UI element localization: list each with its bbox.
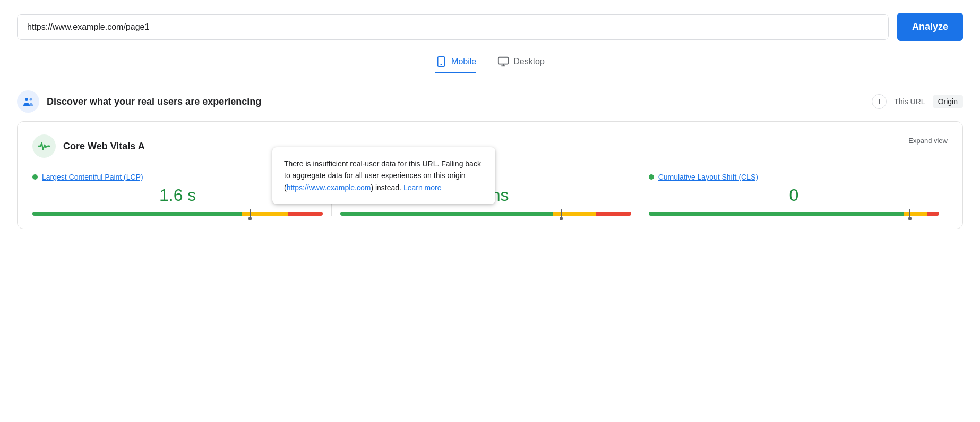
url-bar-row: Analyze [17,13,963,41]
users-icon [22,95,35,108]
section-header: Discover what your real users are experi… [17,90,963,113]
progress-bar-lcp-orange [242,212,288,216]
progress-bar-inp-green [340,212,553,216]
progress-bar-lcp-red [288,212,323,216]
tab-mobile-label: Mobile [451,57,476,66]
green-dot-cls [649,174,654,180]
progress-bar-lcp-green [32,212,242,216]
analyze-button[interactable]: Analyze [897,13,963,41]
origin-button[interactable]: Origin [933,95,963,108]
svg-point-5 [25,98,28,101]
url-input[interactable] [27,22,879,32]
progress-marker-cls [909,209,910,218]
metric-col-cls: Cumulative Layout Shift (CLS) 0 [640,173,948,216]
progress-marker-lcp [250,209,251,218]
cwv-title: Core Web Vitals A [63,141,145,152]
progress-bar-inp [340,212,631,216]
metric-label-text-lcp: Largest Contentful Paint (LCP) [42,173,143,181]
tooltip-origin-link[interactable]: https://www.example.com [287,183,371,192]
progress-bar-cls-orange [904,212,927,216]
metric-label-cls[interactable]: Cumulative Layout Shift (CLS) [649,173,939,181]
users-icon-circle [17,90,39,113]
expand-view-link[interactable]: Expand view [908,137,948,145]
this-url-button[interactable]: This URL [889,95,930,108]
section-title: Discover what your real users are experi… [47,96,261,107]
info-icon: i [878,98,880,106]
desktop-icon [497,56,509,67]
tooltip-learn-more-link[interactable]: Learn more [403,183,442,192]
tab-desktop-label: Desktop [513,57,545,66]
progress-bar-lcp [32,212,323,216]
mobile-icon [435,56,447,67]
tab-mobile[interactable]: Mobile [435,56,476,73]
url-input-wrapper[interactable] [17,14,889,40]
cwv-icon-circle [32,134,56,158]
section-header-left: Discover what your real users are experi… [17,90,261,113]
heartbeat-icon [37,139,51,153]
metric-value-cls: 0 [649,185,939,205]
tooltip-popover: There is insufficient real-user data for… [272,147,495,204]
progress-bar-inp-red [596,212,631,216]
url-toggle: i This URL Origin [872,94,963,109]
svg-point-7 [48,145,49,147]
tooltip-text-after: ) instead. [371,183,401,192]
svg-rect-2 [498,57,508,64]
metric-label-text-cls: Cumulative Layout Shift (CLS) [658,173,758,181]
tab-desktop[interactable]: Desktop [497,56,545,73]
svg-point-8 [39,145,41,147]
progress-bar-cls [649,212,939,216]
progress-bar-cls-red [927,212,939,216]
svg-point-6 [30,98,32,101]
tabs-row: Mobile Desktop [17,56,963,73]
progress-bar-inp-orange [553,212,596,216]
main-card: Core Web Vitals A Expand view There is i… [17,121,963,229]
progress-marker-inp [561,209,562,218]
progress-bar-cls-green [649,212,905,216]
info-icon-circle[interactable]: i [872,94,887,109]
green-dot-lcp [32,174,38,180]
